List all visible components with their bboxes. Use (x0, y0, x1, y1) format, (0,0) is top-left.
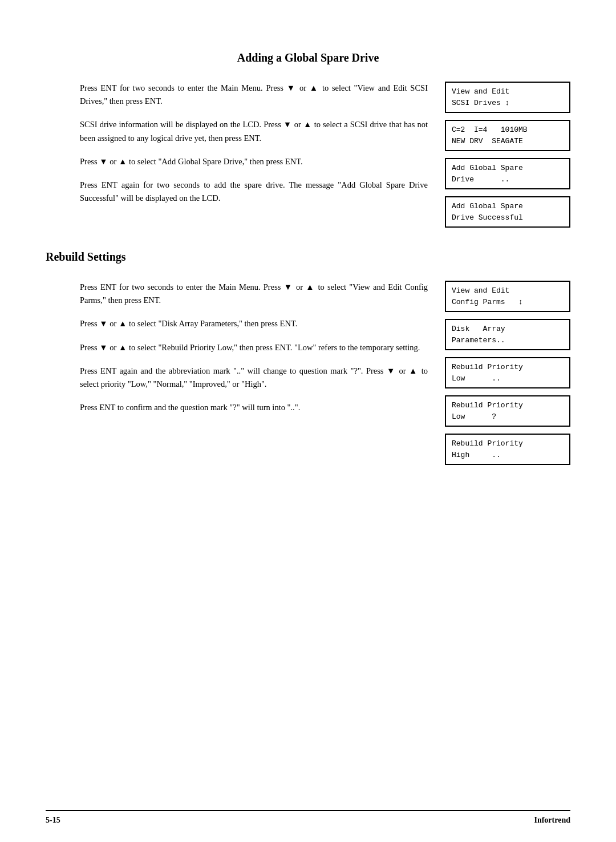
footer-page-number: 5-15 (46, 816, 60, 825)
lcd-box-spare-1: View and Edit SCSI Drives ↕ (445, 82, 570, 113)
page-container: Adding a Global Spare Drive Press ENT fo… (0, 0, 616, 842)
lcd-box-spare-3: Add Global Spare Drive .. (445, 158, 570, 189)
lcd-box-rebuild-3: Rebuild Priority Low .. (445, 357, 570, 388)
lcd-col-spare: View and Edit SCSI Drives ↕ C=2 I=4 1010… (445, 82, 570, 228)
para-spare-3: Press ▼ or ▲ to select "Add Global Spare… (80, 155, 428, 168)
lcd-box-spare-4: Add Global Spare Drive Successful (445, 196, 570, 228)
lcd-box-rebuild-1: View and Edit Config Parms ↕ (445, 281, 570, 312)
footer: 5-15 Infortrend (46, 810, 570, 825)
para-spare-1: Press ENT for two seconds to enter the M… (80, 82, 428, 108)
text-col-rebuild: Press ENT for two seconds to enter the M… (80, 281, 445, 424)
lcd-box-spare-2: C=2 I=4 1010MB NEW DRV SEAGATE (445, 120, 570, 151)
section-adding-spare: Adding a Global Spare Drive Press ENT fo… (46, 51, 570, 228)
text-col-spare: Press ENT for two seconds to enter the M… (80, 82, 445, 215)
para-rebuild-2: Press ▼ or ▲ to select "Disk Array Param… (80, 317, 428, 330)
para-spare-4: Press ENT again for two seconds to add t… (80, 179, 428, 205)
section-title-rebuild: Rebuild Settings (46, 250, 570, 264)
lcd-box-rebuild-4: Rebuild Priority Low ? (445, 395, 570, 427)
lcd-col-rebuild: View and Edit Config Parms ↕ Disk Array … (445, 281, 570, 465)
lcd-box-rebuild-2: Disk Array Parameters.. (445, 319, 570, 350)
section-title-spare: Adding a Global Spare Drive (46, 51, 570, 64)
section-rebuild: Rebuild Settings Press ENT for two secon… (46, 250, 570, 465)
para-rebuild-3: Press ▼ or ▲ to select "Rebuild Priority… (80, 341, 428, 354)
content-row-spare: Press ENT for two seconds to enter the M… (46, 82, 570, 228)
para-rebuild-5: Press ENT to confirm and the question ma… (80, 401, 428, 414)
lcd-box-rebuild-5: Rebuild Priority High .. (445, 434, 570, 465)
content-row-rebuild: Press ENT for two seconds to enter the M… (46, 281, 570, 465)
footer-brand: Infortrend (534, 816, 570, 825)
para-spare-2: SCSI drive information will be displayed… (80, 118, 428, 144)
para-rebuild-4: Press ENT again and the abbreviation mar… (80, 365, 428, 391)
para-rebuild-1: Press ENT for two seconds to enter the M… (80, 281, 428, 307)
